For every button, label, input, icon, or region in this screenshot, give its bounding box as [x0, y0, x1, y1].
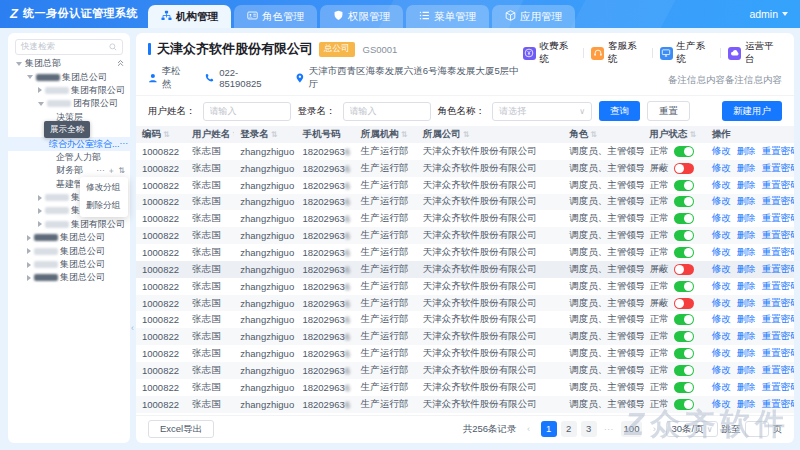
tree-caret-icon[interactable]	[27, 248, 31, 254]
sort-icon[interactable]: ⇅	[590, 130, 597, 139]
delete-link[interactable]: 删除	[737, 414, 756, 415]
page-size-select[interactable]: 30条/页∨	[666, 421, 717, 437]
sort-icon[interactable]: ⇅	[463, 130, 470, 139]
tree-item[interactable]: 集团总公司	[8, 70, 130, 83]
tree-item[interactable]: 集团有限公司	[8, 84, 130, 97]
tree-item[interactable]: 企管人力部	[8, 151, 130, 164]
sort-icon[interactable]: ⇅	[690, 130, 697, 139]
filter-input[interactable]	[343, 102, 431, 121]
reset-password-link[interactable]: 重置密码	[762, 381, 794, 392]
reset-password-link[interactable]: 重置密码	[762, 280, 794, 291]
page-button-100[interactable]: 100	[621, 421, 643, 437]
sidebar-collapse-icon[interactable]: ‹	[131, 323, 134, 333]
column-header-login[interactable]: 登录名⇅	[234, 126, 296, 143]
tree-caret-icon[interactable]	[38, 195, 42, 201]
reset-password-link[interactable]: 重置密码	[762, 246, 794, 257]
status-toggle[interactable]	[674, 348, 694, 359]
tree-item[interactable]: 综合办公室综合...⋯＋⇅	[8, 137, 130, 150]
delete-link[interactable]: 删除	[737, 246, 756, 257]
delete-link[interactable]: 删除	[737, 195, 756, 206]
column-header-name[interactable]: 用户姓名⇅	[186, 126, 234, 143]
status-toggle[interactable]	[674, 196, 694, 207]
delete-link[interactable]: 删除	[737, 162, 756, 173]
edit-link[interactable]: 修改	[712, 364, 731, 375]
reset-password-link[interactable]: 重置密码	[762, 330, 794, 341]
tree-item[interactable]: 集团总公司	[8, 271, 130, 284]
reset-password-link[interactable]: 重置密码	[762, 195, 794, 206]
edit-link[interactable]: 修改	[712, 212, 731, 223]
edit-link[interactable]: 修改	[712, 280, 731, 291]
status-toggle[interactable]	[674, 399, 694, 410]
column-header-role[interactable]: 角色⇅	[563, 126, 643, 143]
create-user-button[interactable]: 新建用户	[722, 101, 782, 121]
edit-link[interactable]: 修改	[712, 414, 731, 415]
context-menu-item[interactable]: 修改分组	[80, 179, 128, 197]
delete-link[interactable]: 删除	[737, 313, 756, 324]
tree-caret-icon[interactable]	[27, 262, 31, 268]
add-icon[interactable]: ＋	[107, 167, 115, 175]
page-button-2[interactable]: 2	[561, 421, 577, 437]
tree-search-input[interactable]: 快速检索	[15, 39, 123, 55]
status-toggle[interactable]	[674, 180, 694, 191]
delete-link[interactable]: 删除	[737, 381, 756, 392]
reset-password-link[interactable]: 重置密码	[762, 229, 794, 240]
status-toggle[interactable]	[674, 365, 694, 376]
reset-password-link[interactable]: 重置密码	[762, 297, 794, 308]
edit-link[interactable]: 修改	[712, 313, 731, 324]
status-toggle[interactable]	[674, 281, 694, 292]
tree-caret-icon[interactable]	[16, 62, 22, 66]
reset-password-link[interactable]: 重置密码	[762, 347, 794, 358]
tree-caret-icon[interactable]	[27, 75, 33, 79]
edit-link[interactable]: 修改	[712, 162, 731, 173]
more-icon[interactable]: ⋯	[120, 140, 128, 148]
tree-item[interactable]: 集团有限公司	[8, 218, 130, 231]
delete-link[interactable]: 删除	[737, 347, 756, 358]
column-header-code[interactable]: 编码⇅	[136, 126, 186, 143]
tree-item[interactable]: 财务部⋯＋⇅	[8, 164, 130, 177]
status-toggle[interactable]	[674, 213, 694, 224]
column-header-org[interactable]: 所属机构⇅	[355, 126, 417, 143]
status-toggle[interactable]	[674, 298, 694, 309]
delete-link[interactable]: 删除	[737, 297, 756, 308]
edit-link[interactable]: 修改	[712, 347, 731, 358]
collapse-all-icon[interactable]	[116, 58, 125, 69]
tree-caret-icon[interactable]	[27, 235, 31, 241]
edit-link[interactable]: 修改	[712, 229, 731, 240]
more-icon[interactable]: ⋯	[96, 167, 104, 175]
delete-link[interactable]: 删除	[737, 280, 756, 291]
system-link-service[interactable]: 客服系统	[591, 40, 645, 66]
edit-link[interactable]: 修改	[712, 145, 731, 156]
tab-perm[interactable]: 权限管理	[320, 5, 403, 28]
tree-item[interactable]: 集团总公司	[8, 244, 130, 257]
delete-link[interactable]: 删除	[737, 364, 756, 375]
column-header-status[interactable]: 用户状态⇅	[644, 126, 706, 143]
tree-caret-icon[interactable]	[38, 208, 42, 214]
status-toggle[interactable]	[674, 247, 694, 258]
status-toggle[interactable]	[674, 146, 694, 157]
edit-link[interactable]: 修改	[712, 195, 731, 206]
system-link-fee[interactable]: 收费系统	[523, 40, 577, 66]
context-menu-item[interactable]: 删除分组	[80, 197, 128, 215]
edit-link[interactable]: 修改	[712, 297, 731, 308]
delete-link[interactable]: 删除	[737, 398, 756, 409]
edit-link[interactable]: 修改	[712, 381, 731, 392]
sort-icon[interactable]: ⇅	[401, 130, 408, 139]
tab-role[interactable]: 角色管理	[234, 5, 317, 28]
reset-password-link[interactable]: 重置密码	[762, 398, 794, 409]
tree-caret-icon[interactable]	[27, 275, 31, 281]
tab-app[interactable]: 应用管理	[492, 5, 575, 28]
edit-link[interactable]: 修改	[712, 398, 731, 409]
reset-password-link[interactable]: 重置密码	[762, 145, 794, 156]
reset-password-link[interactable]: 重置密码	[762, 313, 794, 324]
reset-password-link[interactable]: 重置密码	[762, 162, 794, 173]
excel-export-button[interactable]: Excel导出	[148, 420, 214, 438]
edit-link[interactable]: 修改	[712, 263, 731, 274]
status-toggle[interactable]	[674, 230, 694, 241]
reset-password-link[interactable]: 重置密码	[762, 263, 794, 274]
search-button[interactable]: 查询	[599, 101, 640, 121]
status-toggle[interactable]	[674, 163, 694, 174]
tab-org[interactable]: 机构管理	[148, 5, 231, 28]
tree-caret-icon[interactable]	[38, 221, 42, 227]
sort-icon[interactable]: ⇅	[118, 167, 125, 175]
system-link-prod[interactable]: 生产系统	[660, 40, 714, 66]
